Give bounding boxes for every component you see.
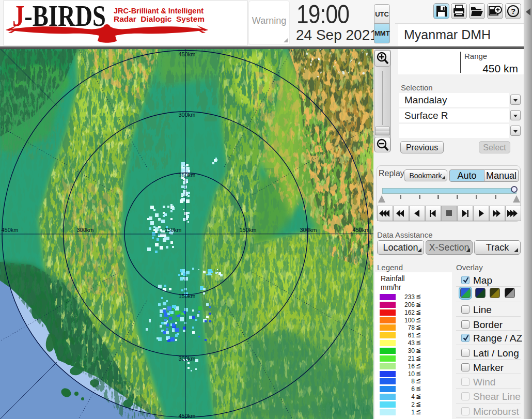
svg-text:150km: 150km <box>239 227 256 233</box>
svg-text:300km: 300km <box>178 112 195 118</box>
svg-text:JRC-Brilliant & Intelligent: JRC-Brilliant & Intelligent <box>114 6 204 15</box>
svg-text:150km: 150km <box>178 293 195 299</box>
svg-text:?: ? <box>511 7 515 15</box>
svg-text:450km: 450km <box>1 227 18 233</box>
svg-text:450km: 450km <box>178 51 195 57</box>
svg-text:300km: 300km <box>178 355 195 362</box>
svg-text:450km: 450km <box>178 413 195 419</box>
svg-text:150km: 150km <box>178 172 195 178</box>
svg-text:Radar Dialogic System: Radar Dialogic System <box>114 14 205 23</box>
svg-text:300km: 300km <box>300 227 317 233</box>
svg-text:300km: 300km <box>76 227 93 233</box>
svg-text:450km: 450km <box>352 227 369 233</box>
svg-text:150km: 150km <box>164 227 181 233</box>
